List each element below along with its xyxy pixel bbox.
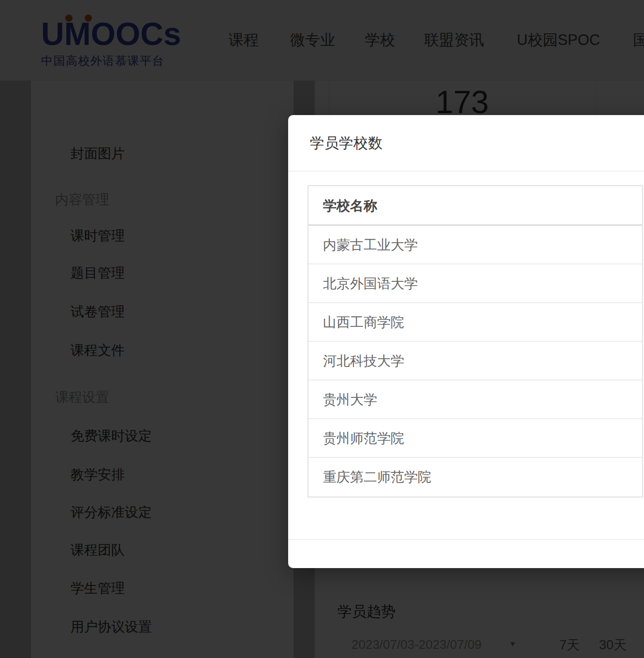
table-row[interactable]: 山西工商学院 xyxy=(308,303,642,342)
modal-header-divider xyxy=(288,171,644,172)
table-row[interactable]: 贵州师范学院 xyxy=(308,419,642,458)
table-row[interactable]: 重庆第二师范学院 xyxy=(308,458,642,497)
student-schools-modal: 学员学校数 学校名称 内蒙古工业大学 北京外国语大学 山西工商学院 河北科技大学… xyxy=(288,115,644,568)
table-row[interactable]: 河北科技大学 xyxy=(308,342,642,380)
modal-title: 学员学校数 xyxy=(310,115,382,171)
table-row[interactable]: 内蒙古工业大学 xyxy=(308,226,642,264)
table-row[interactable]: 北京外国语大学 xyxy=(308,264,642,303)
modal-footer-divider xyxy=(288,539,644,540)
table-row[interactable]: 贵州大学 xyxy=(308,380,642,419)
school-table: 学校名称 内蒙古工业大学 北京外国语大学 山西工商学院 河北科技大学 贵州大学 … xyxy=(307,185,643,497)
school-table-header: 学校名称 xyxy=(308,186,642,226)
